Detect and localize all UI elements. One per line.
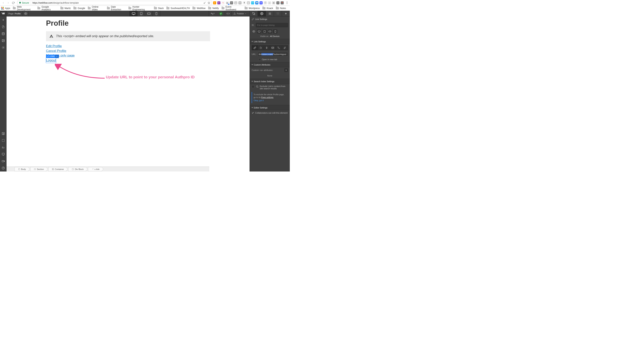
link-type-section[interactable] bbox=[264, 45, 270, 50]
audit-button[interactable] bbox=[0, 144, 6, 151]
ext-icon[interactable]: ◐ bbox=[247, 1, 250, 4]
ext-icon[interactable]: ⎚ bbox=[276, 1, 280, 4]
ext-icon[interactable]: ✦ bbox=[217, 1, 220, 4]
style-manager-tab[interactable] bbox=[266, 11, 274, 16]
help-button[interactable] bbox=[0, 164, 6, 172]
ext-icon[interactable]: ⓘ bbox=[264, 1, 267, 4]
chrome-menu-icon[interactable] bbox=[285, 2, 289, 4]
section-search-index[interactable]: ▾Search Index Settings bbox=[250, 79, 290, 84]
selection-settings-icon[interactable] bbox=[56, 54, 59, 58]
bookmark-folder[interactable]: Slack bbox=[154, 7, 164, 10]
navigator-button[interactable] bbox=[0, 130, 6, 137]
vis-tablet[interactable] bbox=[262, 30, 266, 33]
bookmark-folder[interactable]: Web Development bbox=[13, 6, 35, 11]
add-attr-button[interactable]: + bbox=[284, 68, 288, 72]
page-selector[interactable]: Page:Profile bbox=[6, 11, 22, 16]
bolt-tab[interactable] bbox=[282, 11, 290, 16]
open-new-tab-checkbox[interactable]: Open in new tab bbox=[250, 57, 290, 62]
section-editor-settings[interactable]: ▾Editor Settings bbox=[250, 105, 290, 110]
ext-icon[interactable]: ▭ bbox=[268, 1, 271, 4]
ext-icon[interactable]: ⚙ bbox=[238, 1, 242, 4]
section-custom-attrs[interactable]: ▾Custom Attributes bbox=[250, 62, 290, 67]
exclude-search-checkbox[interactable] bbox=[252, 85, 254, 88]
ext-icon[interactable]: ☁ bbox=[234, 1, 237, 4]
video-button[interactable] bbox=[0, 158, 6, 164]
interactions-tab[interactable] bbox=[274, 11, 282, 16]
bookmark-folder[interactable]: Wordpress bbox=[244, 7, 260, 10]
canvas-link[interactable]: Cancel Profile bbox=[46, 49, 66, 54]
bookmark-folder[interactable]: Date Extraction bbox=[107, 6, 126, 11]
bookmark-folder[interactable]: Netlify bbox=[208, 7, 219, 10]
canvas-link[interactable]: Edit Profile bbox=[46, 44, 62, 49]
bookmark-folder[interactable]: Maritz bbox=[60, 7, 71, 10]
ext-icon[interactable]: <> bbox=[230, 1, 233, 4]
link-type-url[interactable] bbox=[252, 45, 258, 50]
ext-icon[interactable]: ⠿ bbox=[243, 1, 246, 4]
crumb[interactable]: c-link bbox=[88, 167, 102, 171]
settings-tab[interactable] bbox=[258, 11, 266, 16]
assets-button[interactable] bbox=[0, 37, 6, 44]
vis-desktop[interactable] bbox=[257, 30, 261, 33]
redo-button[interactable] bbox=[210, 11, 217, 16]
page-settings-link[interactable]: Page settings bbox=[261, 96, 274, 98]
ext-icon[interactable]: W bbox=[260, 1, 262, 4]
crumb[interactable]: Div Block bbox=[68, 167, 86, 171]
canvas-link-selected[interactable]: c-link Logout bbox=[46, 58, 56, 63]
preview-toggle[interactable] bbox=[22, 11, 29, 16]
dismiss-tip-link[interactable]: Okay, got it bbox=[254, 99, 286, 102]
crumb[interactable]: Body bbox=[14, 167, 28, 171]
link-type-phone[interactable] bbox=[276, 45, 282, 50]
ext-icon[interactable]: 💬 bbox=[255, 1, 258, 4]
vis-phone[interactable] bbox=[273, 30, 277, 33]
link-type-file[interactable] bbox=[282, 45, 288, 50]
reload-button[interactable] bbox=[11, 1, 15, 5]
canvas[interactable]: Profile This <script> embed will only ap… bbox=[6, 16, 250, 172]
device-phone[interactable] bbox=[152, 11, 160, 16]
cms-button[interactable] bbox=[0, 30, 6, 37]
ext-icon[interactable]: ¶ bbox=[222, 1, 225, 4]
code-export-button[interactable] bbox=[225, 11, 231, 16]
id-input[interactable] bbox=[256, 23, 288, 27]
bookmark-folder[interactable]: Google Analytics bbox=[38, 6, 58, 11]
crumb[interactable]: Section bbox=[30, 167, 46, 171]
ext-icon[interactable]: 📍 bbox=[280, 1, 284, 4]
link-type-email[interactable] bbox=[270, 45, 276, 50]
selection-tag[interactable]: c-link bbox=[46, 54, 59, 58]
pages-button[interactable] bbox=[0, 24, 6, 30]
ext-icon[interactable]: ◧1 bbox=[226, 1, 229, 4]
bookmark-folder[interactable]: Event Southwest bbox=[222, 6, 242, 11]
crumb[interactable]: Container bbox=[48, 167, 66, 171]
status-check-icon[interactable] bbox=[219, 12, 222, 15]
device-landscape[interactable] bbox=[145, 11, 152, 16]
embed-placeholder[interactable]: This <script> embed will only appear on … bbox=[46, 31, 210, 41]
bookmark-folder[interactable]: Knack bbox=[262, 7, 273, 10]
bookmark-folder[interactable]: Google bbox=[74, 7, 85, 10]
apps-bookmark[interactable]: Apps bbox=[1, 7, 10, 10]
device-tablet[interactable] bbox=[137, 11, 145, 16]
bookmark-folder[interactable]: Hunter Engineering bbox=[128, 6, 151, 11]
style-tab[interactable] bbox=[250, 11, 258, 16]
search-button[interactable] bbox=[0, 151, 6, 158]
symbols-button[interactable] bbox=[0, 137, 6, 144]
bookmark-folder[interactable]: Notes bbox=[276, 7, 286, 10]
publish-button[interactable]: Publish bbox=[231, 11, 250, 16]
bookmark-folder[interactable]: Online Video bbox=[88, 6, 104, 11]
url-input[interactable]: ith/mistercreate/?action=logout bbox=[258, 52, 288, 56]
add-elements-button[interactable] bbox=[0, 16, 6, 24]
star-icon[interactable] bbox=[208, 2, 210, 4]
address-bar[interactable]: Secure | https://webflow.com/design/auth… bbox=[17, 1, 212, 5]
ext-icon[interactable]: 3.55 bbox=[251, 1, 254, 4]
device-desktop[interactable] bbox=[130, 11, 137, 16]
ext-icon[interactable]: ⊕ bbox=[272, 1, 275, 4]
page-heading[interactable]: Profile bbox=[46, 19, 210, 28]
ext-icon[interactable]: ● bbox=[213, 1, 216, 4]
vis-landscape[interactable] bbox=[268, 30, 272, 33]
collaborators-toggle[interactable]: Collaborators can edit this element bbox=[250, 110, 290, 116]
bookmark-folder[interactable]: SoutheastHEALTH bbox=[166, 7, 190, 10]
webflow-logo[interactable] bbox=[0, 11, 6, 16]
settings-button[interactable] bbox=[0, 44, 6, 51]
forward-button[interactable] bbox=[6, 1, 10, 5]
section-link-settings[interactable]: ▾Link Settings bbox=[250, 39, 290, 44]
link-type-page[interactable] bbox=[258, 45, 264, 50]
bookmark-folder[interactable]: Webflow bbox=[192, 7, 206, 10]
